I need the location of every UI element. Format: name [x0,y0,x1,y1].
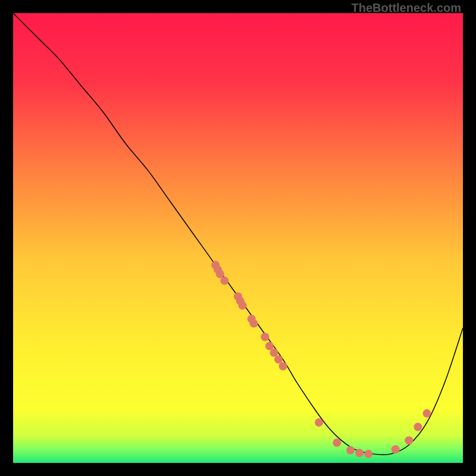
data-point [405,436,413,444]
data-point [315,418,323,427]
data-point [239,301,247,309]
watermark-text: TheBottleneck.com [352,1,461,15]
data-point [355,449,364,457]
data-point [364,450,372,458]
data-point [423,409,431,418]
data-point [261,333,269,341]
chart-container [13,13,463,463]
data-point [346,446,355,455]
data-point [333,439,341,447]
data-point [392,445,400,453]
data-point [279,362,287,370]
chart-plot [13,13,463,463]
data-point [220,277,228,285]
chart-background [13,13,463,463]
data-point [414,423,422,431]
data-point [249,320,258,328]
